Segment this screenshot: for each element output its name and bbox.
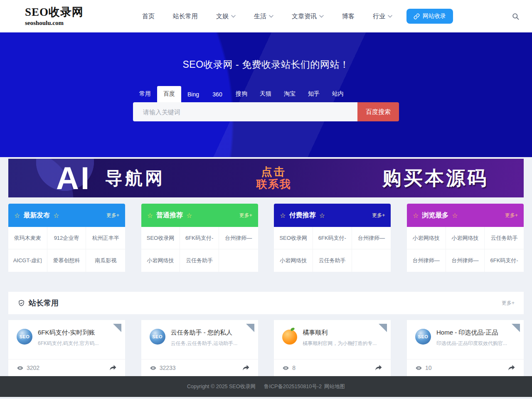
baidu-search-button[interactable]: 百度搜索 bbox=[357, 102, 399, 121]
site-link[interactable]: 6FK码支付- bbox=[180, 227, 219, 249]
hero-searchbar: 百度搜索 bbox=[133, 102, 399, 121]
nav-item-webmaster-tools[interactable]: 站长常用 bbox=[173, 12, 198, 20]
site-link[interactable]: 杭州正丰半 bbox=[86, 227, 125, 249]
chevron-down-icon bbox=[388, 15, 392, 18]
nav-item-entertainment[interactable]: 文娱 bbox=[216, 12, 236, 20]
site-link[interactable]: 云任务助手 bbox=[180, 249, 219, 272]
board-title: 普通推荐 bbox=[156, 211, 183, 220]
share-button[interactable] bbox=[109, 365, 117, 371]
nav-item-blog[interactable]: 博客 bbox=[342, 12, 355, 20]
site-card-6fk[interactable]: SEO 6FK码支付-实时到账 6FK码支付,码支付,官方码... 3202 bbox=[8, 320, 125, 376]
site-link[interactable]: 爱慕创想科 bbox=[47, 249, 86, 272]
site-card-yunrenwu[interactable]: SEO 云任务助手 - 您的私人 云任务,云任务助手,运动助手... 32233 bbox=[141, 320, 258, 376]
site-title: Home - 印选优品-正品 bbox=[436, 329, 507, 337]
site-card-list: SEO 6FK码支付-实时到账 6FK码支付,码支付,官方码... 3202 S… bbox=[8, 320, 524, 376]
site-link[interactable]: 云任务助手 bbox=[485, 227, 524, 249]
site-link[interactable]: 依玛木麦麦 bbox=[8, 227, 47, 249]
nav-label: 文娱 bbox=[216, 12, 229, 20]
site-link[interactable]: 6FK码支付- bbox=[485, 249, 524, 272]
site-logo[interactable]: SEO收录网 seoshoulu.com bbox=[25, 6, 84, 26]
board-latest: ☆ 最新发布 ☆ 更多+ 依玛木麦麦 912企业寄 杭州正丰半 AICGT-虚幻… bbox=[8, 204, 125, 272]
site-link[interactable]: SEO收录网 bbox=[274, 227, 313, 249]
logo-title: SEO收录网 bbox=[25, 6, 84, 19]
site-link[interactable]: 6FK码支付- bbox=[313, 227, 352, 249]
tab-onsite[interactable]: 站内 bbox=[326, 86, 350, 102]
tab-zhihu[interactable]: 知乎 bbox=[302, 86, 326, 102]
site-link[interactable]: 912企业寄 bbox=[47, 227, 86, 249]
tab-360[interactable]: 360 bbox=[205, 87, 229, 102]
share-button[interactable] bbox=[508, 365, 515, 371]
site-title: 云任务助手 - 您的私人 bbox=[171, 329, 238, 337]
site-link[interactable]: 台州律师— bbox=[219, 227, 258, 249]
tab-bing[interactable]: Bing bbox=[181, 87, 205, 102]
tab-tmall[interactable]: 天猫 bbox=[254, 86, 278, 102]
site-desc: 橘事顺利官网，为小鞠打造的专... bbox=[303, 340, 377, 347]
site-link[interactable]: 小岩网络技 bbox=[407, 227, 446, 249]
section-more-link[interactable]: 更多+ bbox=[502, 300, 515, 307]
site-link[interactable]: 台州律师— bbox=[352, 227, 391, 249]
nav-item-home[interactable]: 首页 bbox=[142, 12, 155, 20]
search-engine-tabs: 常用 百度 Bing 360 搜狗 天猫 淘宝 知乎 站内 bbox=[133, 86, 399, 102]
empty-cell bbox=[352, 249, 391, 272]
ai-nav-ad-banner[interactable]: AI 导航网 点击 联系我 购买本源码 bbox=[8, 159, 524, 197]
site-card-home-yinxuan[interactable]: SEO Home - 印选优品-正品 印选优品-正品印度双效代购官... 10 bbox=[407, 320, 524, 376]
view-counter: 32233 bbox=[150, 365, 176, 372]
site-link[interactable]: 小岩网络技 bbox=[274, 249, 313, 272]
share-button[interactable] bbox=[242, 365, 250, 371]
site-link[interactable]: 小岩网络技 bbox=[141, 249, 180, 272]
board-more-link[interactable]: 更多+ bbox=[106, 212, 119, 219]
site-link[interactable]: 南瓜影视 bbox=[86, 249, 125, 272]
view-count: 3202 bbox=[27, 365, 39, 371]
eye-icon bbox=[150, 365, 157, 372]
site-card-jushi[interactable]: 橘事顺利 橘事顺利官网，为小鞠打造的专... 8 bbox=[274, 320, 391, 376]
banner-contact-line2: 联系我 bbox=[256, 178, 291, 191]
site-link[interactable]: 台州律师— bbox=[407, 249, 446, 272]
eye-icon bbox=[415, 365, 422, 372]
search-icon bbox=[512, 12, 520, 20]
site-link[interactable]: 台州律师— bbox=[446, 249, 485, 272]
board-links: SEO收录网 6FK码支付- 台州律师— 小岩网络技 云任务助手 bbox=[274, 227, 391, 272]
site-texts: 6FK码支付-实时到账 6FK码支付,码支付,官方码... bbox=[38, 329, 99, 347]
link-icon bbox=[414, 13, 420, 20]
site-card-top: 橘事顺利 橘事顺利官网，为小鞠打造的专... bbox=[274, 320, 391, 347]
keyword-search-input[interactable] bbox=[133, 102, 357, 121]
board-links: 小岩网络技 小岩网络技 云任务助手 台州律师— 台州律师— 6FK码支付- bbox=[407, 227, 524, 272]
share-arrow-icon bbox=[508, 365, 515, 371]
board-more-link[interactable]: 更多+ bbox=[372, 212, 385, 219]
tab-sogou[interactable]: 搜狗 bbox=[229, 86, 254, 102]
nav-item-life[interactable]: 生活 bbox=[254, 12, 273, 20]
tab-baidu-active[interactable]: 百度 bbox=[157, 86, 181, 102]
header-search-button[interactable] bbox=[512, 12, 520, 20]
seo-logo-text: SEO bbox=[152, 334, 163, 339]
site-link[interactable]: SEO收录网 bbox=[141, 227, 180, 249]
board-header: ☆ 浏览最多 ☆ 更多+ bbox=[407, 204, 524, 227]
star-icon: ☆ bbox=[319, 212, 325, 219]
banner-contact-line1: 点击 bbox=[256, 166, 291, 178]
hero-section: SEO收录网 - 免费收录站长们的网站！ 常用 百度 Bing 360 搜狗 天… bbox=[0, 32, 532, 157]
site-link[interactable]: AICGT-虚幻 bbox=[8, 249, 47, 272]
board-normal-recommend: ☆ 普通推荐 ☆ 更多+ SEO收录网 6FK码支付- 台州律师— 小岩网络技 … bbox=[141, 204, 258, 272]
site-submit-button[interactable]: 网站收录 bbox=[406, 9, 453, 24]
board-more-link[interactable]: 更多+ bbox=[239, 212, 252, 219]
board-links: SEO收录网 6FK码支付- 台州律师— 小岩网络技 云任务助手 bbox=[141, 227, 258, 272]
top-navbar: SEO收录网 seoshoulu.com 首页 站长常用 文娱 生活 文章资讯 … bbox=[0, 0, 532, 32]
corner-fold-icon bbox=[512, 324, 520, 332]
nav-item-industry[interactable]: 行业 bbox=[373, 12, 392, 20]
board-more-link[interactable]: 更多+ bbox=[505, 212, 518, 219]
site-card-footer: 10 bbox=[407, 359, 524, 376]
board-header: ☆ 普通推荐 ☆ 更多+ bbox=[141, 204, 258, 227]
sitemap-link[interactable]: 网站地图 bbox=[324, 383, 345, 390]
share-button[interactable] bbox=[375, 365, 382, 371]
tab-changyong[interactable]: 常用 bbox=[133, 86, 157, 102]
empty-cell bbox=[219, 249, 258, 272]
tab-taobao[interactable]: 淘宝 bbox=[278, 86, 302, 102]
site-link[interactable]: 云任务助手 bbox=[313, 249, 352, 272]
view-count: 10 bbox=[425, 365, 432, 371]
submit-button-label: 网站收录 bbox=[423, 12, 446, 20]
seo-logo-icon: SEO bbox=[17, 329, 32, 345]
star-icon: ☆ bbox=[147, 212, 153, 219]
site-link[interactable]: 小岩网络技 bbox=[446, 227, 485, 249]
seo-logo-text: SEO bbox=[20, 334, 30, 339]
nav-item-articles[interactable]: 文章资讯 bbox=[292, 12, 324, 20]
eye-icon bbox=[17, 365, 24, 372]
